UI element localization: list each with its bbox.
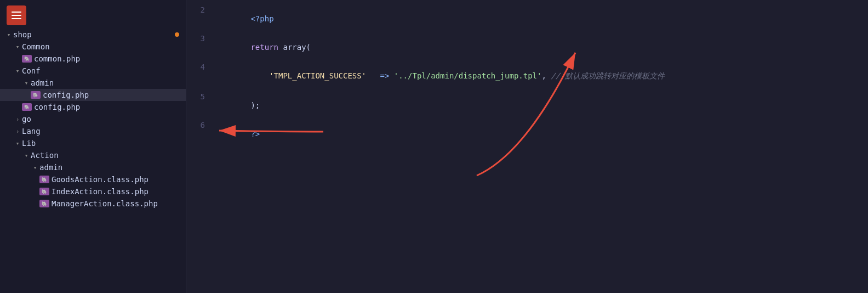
- tree-root-shop[interactable]: ▾ shop: [0, 29, 186, 41]
- php-file-icon: 🐘: [22, 103, 32, 111]
- chevron-icon: ▾: [22, 152, 31, 159]
- code-token: array(: [283, 43, 311, 52]
- line-number: 3: [186, 34, 214, 43]
- code-line-5: 5 );: [186, 91, 868, 120]
- tree-item-conf-folder[interactable]: ▾ Conf: [0, 65, 186, 77]
- code-token: '../Tpl/admin/dispatch_jump.tpl': [394, 71, 542, 80]
- line-content: return array(: [214, 34, 868, 60]
- folder-label: Action: [31, 151, 59, 160]
- tree-item-admin-conf[interactable]: ▾ admin: [0, 77, 186, 89]
- line-content: 'TMPL_ACTION_SUCCESS' => '../Tpl/admin/d…: [214, 63, 868, 90]
- chevron-icon: ▾: [4, 31, 13, 38]
- code-line-6: 6 ?>: [186, 120, 868, 148]
- folder-label: go: [22, 115, 31, 123]
- line-number: 2: [186, 5, 214, 14]
- code-token: <?php: [250, 14, 273, 23]
- php-file-icon: 🐘: [22, 55, 32, 63]
- code-token: [250, 71, 269, 80]
- chevron-icon: ›: [13, 116, 22, 123]
- svg-rect-0: [12, 12, 21, 13]
- chevron-icon: ▾: [31, 164, 39, 171]
- code-content: 2 <?php 3 return array( 4 'TMPL_ACTION_S…: [186, 0, 868, 153]
- php-file-icon: 🐘: [39, 176, 49, 183]
- tree-item-goods-action[interactable]: 🐘 GoodsAction.class.php: [0, 173, 186, 185]
- tree-item-common-folder[interactable]: ▾ Common: [0, 41, 186, 53]
- code-token: ?>: [250, 129, 260, 138]
- file-label: config.php: [43, 91, 89, 99]
- root-label: shop: [13, 30, 32, 39]
- code-token: );: [250, 101, 260, 110]
- line-content: <?php: [214, 5, 868, 32]
- chevron-icon: ▾: [13, 43, 22, 50]
- folder-label: Lang: [22, 127, 41, 136]
- tree-item-manager-action[interactable]: 🐘 ManagerAction.class.php: [0, 198, 186, 210]
- line-content: );: [214, 92, 868, 119]
- tree-item-admin-action[interactable]: ▾ admin: [0, 161, 186, 173]
- chevron-icon: ›: [13, 128, 22, 135]
- tree-item-action-folder[interactable]: ▾ Action: [0, 149, 186, 161]
- tree-item-index-action[interactable]: 🐘 IndexAction.class.php: [0, 185, 186, 198]
- file-label: common.php: [34, 54, 80, 63]
- tree-item-go-folder[interactable]: › go: [0, 113, 186, 125]
- chevron-icon: ▾: [13, 67, 22, 75]
- code-token: return: [250, 43, 283, 52]
- tree-item-config-php-admin[interactable]: 🐘 config.php: [0, 89, 186, 101]
- chevron-icon: ▾: [22, 80, 31, 87]
- folder-label: Conf: [22, 66, 41, 75]
- line-number: 6: [186, 121, 214, 129]
- svg-rect-2: [12, 18, 21, 19]
- sidebar-header: [0, 2, 186, 29]
- code-token: 'TMPL_ACTION_SUCCESS': [269, 71, 366, 80]
- file-label: GoodsAction.class.php: [52, 175, 149, 184]
- logo-icon: [7, 5, 26, 25]
- file-label: ManagerAction.class.php: [52, 199, 158, 208]
- folder-label: Lib: [22, 139, 36, 148]
- tree-item-common-php[interactable]: 🐘 common.php: [0, 53, 186, 65]
- line-content: ?>: [214, 121, 868, 147]
- file-tree[interactable]: ▾ shop ▾ Common 🐘 common.php ▾ Conf ▾ ad…: [0, 0, 186, 293]
- code-line-4: 4 'TMPL_ACTION_SUCCESS' => '../Tpl/admin…: [186, 61, 868, 91]
- code-editor: 2 <?php 3 return array( 4 'TMPL_ACTION_S…: [186, 0, 868, 293]
- code-token: // 默认成功跳转对应的模板文件: [551, 71, 664, 80]
- folder-label: admin: [39, 163, 62, 172]
- code-line-2: 2 <?php: [186, 4, 868, 33]
- folder-label: admin: [31, 78, 54, 87]
- php-file-icon: 🐘: [39, 200, 49, 207]
- folder-label: Common: [22, 42, 50, 51]
- code-line-3: 3 return array(: [186, 33, 868, 61]
- chevron-icon: ▾: [13, 140, 22, 147]
- line-number: 4: [186, 63, 214, 71]
- code-token: =>: [366, 71, 394, 80]
- tree-item-config-php[interactable]: 🐘 config.php: [0, 101, 186, 113]
- file-label: config.php: [34, 103, 80, 111]
- line-number: 5: [186, 92, 214, 101]
- php-file-icon: 🐘: [31, 91, 41, 99]
- svg-rect-1: [12, 15, 21, 16]
- file-label: IndexAction.class.php: [52, 187, 149, 196]
- php-file-icon: 🐘: [39, 188, 49, 195]
- tree-item-lang-folder[interactable]: › Lang: [0, 125, 186, 137]
- tree-item-lib-folder[interactable]: ▾ Lib: [0, 137, 186, 149]
- modified-indicator: [175, 32, 179, 37]
- code-token: ,: [541, 71, 551, 80]
